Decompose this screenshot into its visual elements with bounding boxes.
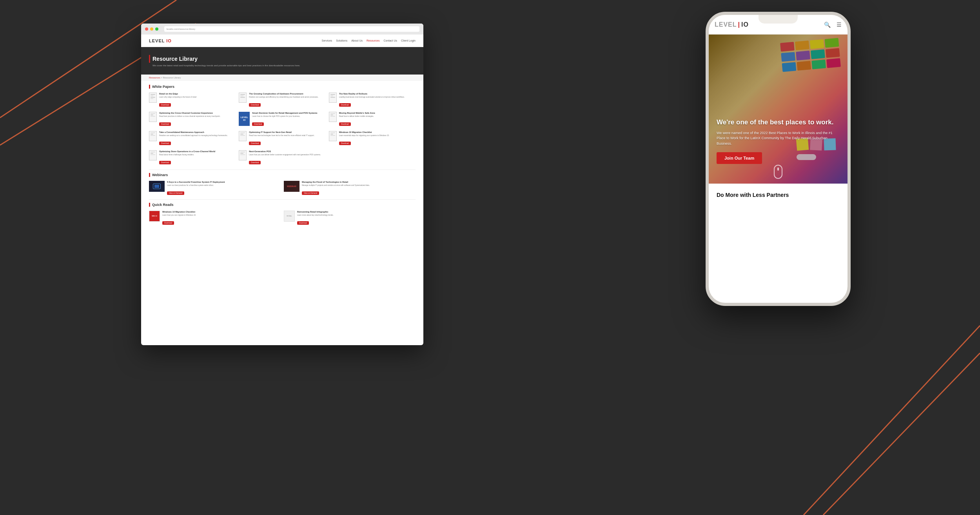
paper-item: Optimizing IT Support for Next-Gen Retai… bbox=[239, 131, 325, 146]
nav-client-login[interactable]: Client Login bbox=[401, 39, 416, 42]
phone-hero-image: We're one of the best places to work. We… bbox=[709, 35, 848, 184]
paper-info: Take a Consolidated Maintenance Approach… bbox=[159, 131, 236, 146]
doc-line bbox=[330, 96, 333, 96]
quick-info: Windows 10 Migration Checklist Learn how… bbox=[162, 211, 281, 225]
nav-solutions[interactable]: Solutions bbox=[336, 39, 347, 42]
doc-line bbox=[240, 135, 245, 136]
quick-thumb-2: RETAIL bbox=[284, 211, 295, 222]
paper-thumb bbox=[329, 93, 337, 103]
webinar-img bbox=[149, 181, 165, 192]
paper-info: Next-Generation POS Learn how you can de… bbox=[249, 150, 325, 165]
download-button[interactable]: Download bbox=[339, 122, 351, 126]
nav-about[interactable]: About Us bbox=[351, 39, 363, 42]
doc-line bbox=[151, 134, 153, 135]
scroll-dot bbox=[777, 167, 779, 171]
logo-level: LEVEL bbox=[715, 21, 737, 28]
download-button[interactable]: Download bbox=[159, 122, 171, 126]
webinar-label: WEBINAR bbox=[287, 185, 296, 187]
paper-desc: Read how new technologies have led to th… bbox=[249, 135, 325, 137]
download-button[interactable]: Download bbox=[339, 103, 351, 107]
phone-hero-heading: We're one of the best places to work. bbox=[717, 118, 840, 126]
quick-reads-grid: WIN 10 Windows 10 Migration Checklist Le… bbox=[149, 211, 416, 225]
doc-line bbox=[330, 115, 333, 115]
doc-line bbox=[151, 98, 153, 99]
download-button[interactable]: Download bbox=[249, 103, 261, 107]
paper-item: The New Reality of Rollouts Leading busi… bbox=[329, 93, 416, 107]
webinar-img-2: WEBINAR bbox=[284, 181, 299, 192]
doc-line bbox=[151, 133, 155, 133]
view-on-demand-button[interactable]: View on Demand bbox=[167, 191, 184, 195]
doc-line bbox=[240, 94, 245, 95]
webinar-thumb bbox=[149, 181, 165, 192]
nav-contact[interactable]: Contact Us bbox=[383, 39, 397, 42]
paper-desc: Learn how you can deliver better custome… bbox=[249, 154, 325, 156]
webinar-desc: Learn our best practices for a franchise… bbox=[167, 184, 281, 187]
levelio-label: LEVELIO bbox=[241, 116, 248, 122]
menu-icon[interactable]: ☰ bbox=[837, 22, 842, 28]
doc-line bbox=[151, 135, 155, 136]
download-button[interactable]: Download bbox=[252, 122, 264, 126]
paper-desc: Read about three challenges facing retai… bbox=[159, 154, 236, 156]
doc-line bbox=[240, 134, 243, 135]
paper-info: The New Reality of Rollouts Leading busi… bbox=[339, 93, 416, 107]
download-button[interactable]: Download bbox=[339, 142, 351, 145]
doc-line bbox=[151, 94, 155, 95]
download-button[interactable]: Download bbox=[249, 142, 261, 145]
download-button[interactable]: Download bbox=[159, 103, 171, 107]
quick-label: WIN 10 bbox=[152, 215, 157, 217]
webinar-title: 5 Keys to a Successful Franchise System … bbox=[167, 181, 281, 184]
join-our-team-button[interactable]: Join Our Team bbox=[717, 152, 762, 164]
phone-logo: LEVEL|IO bbox=[715, 21, 749, 28]
download-button[interactable]: Download bbox=[249, 161, 261, 164]
doc-line bbox=[240, 96, 243, 96]
nav-services[interactable]: Services bbox=[322, 39, 332, 42]
paper-info: Windows 10 Migration Checklist Learn ess… bbox=[339, 131, 416, 146]
view-on-demand-button[interactable]: View on Demand bbox=[302, 191, 319, 195]
paper-item: Retail on the Edge Learn why edge comput… bbox=[149, 93, 236, 107]
download-button[interactable]: Download bbox=[159, 142, 171, 145]
doc-line bbox=[151, 97, 155, 98]
search-icon[interactable]: 🔍 bbox=[824, 22, 831, 28]
doc-line bbox=[151, 152, 155, 153]
paper-info: Optimizing IT Support for Next-Gen Retai… bbox=[249, 131, 325, 146]
paper-title: The Growing Complexities of Hardware Pro… bbox=[249, 93, 325, 95]
doc-line bbox=[151, 113, 155, 114]
paper-item: Optimizing Store Operations in a Cross-C… bbox=[149, 150, 236, 165]
download-button[interactable]: Download bbox=[159, 161, 171, 164]
paper-thumb-blue: LEVELIO bbox=[239, 112, 250, 126]
phone-mockup: LEVEL|IO 🔍 ☰ bbox=[706, 12, 851, 306]
paper-desc: Read best practices to deliver a cross-c… bbox=[159, 115, 236, 118]
download-button[interactable]: Download bbox=[162, 221, 174, 225]
download-button[interactable]: Download bbox=[297, 221, 309, 225]
breadcrumb-library[interactable]: Resource Library bbox=[163, 76, 181, 79]
paper-item: Optimizing the Cross-Channel Customer Ex… bbox=[149, 112, 236, 126]
hero-red-bar bbox=[149, 55, 150, 63]
doc-line bbox=[330, 116, 335, 117]
paper-info: The Growing Complexities of Hardware Pro… bbox=[249, 93, 325, 107]
paper-desc: Learn how to choose the right POS system… bbox=[252, 115, 325, 118]
paper-title: The New Reality of Rollouts bbox=[339, 93, 416, 95]
breadcrumb-resources[interactable]: Resources bbox=[149, 76, 160, 79]
screen-icon bbox=[153, 184, 161, 189]
quick-desc: Learn how you can migrate to Windows 10. bbox=[162, 214, 281, 217]
browser-maximize bbox=[155, 27, 158, 31]
doc-line bbox=[330, 94, 335, 95]
nav-resources[interactable]: Resources bbox=[367, 39, 379, 42]
phone-hero-content: We're one of the best places to work. We… bbox=[717, 118, 840, 164]
site-logo: LEVEL IO bbox=[149, 38, 172, 43]
white-papers-row-4: Optimizing Store Operations in a Cross-C… bbox=[149, 150, 416, 165]
paper-thumb bbox=[239, 131, 247, 141]
doc-line bbox=[330, 135, 335, 136]
doc-line bbox=[151, 155, 155, 155]
logo-pipe: | bbox=[738, 21, 740, 28]
url-text: levelio.com/resource-library bbox=[167, 28, 195, 30]
section-divider bbox=[149, 169, 416, 170]
webinar-desc: Manage multiple IT projects and vendors … bbox=[302, 184, 416, 187]
paper-placeholder bbox=[329, 150, 416, 165]
quick-item: RETAIL Reinventing Retail Infographic Le… bbox=[284, 211, 416, 225]
webinar-item: 5 Keys to a Successful Franchise System … bbox=[149, 181, 281, 195]
paper-thumb bbox=[239, 93, 247, 103]
webinar-item: WEBINAR Managing the Flood of Technologi… bbox=[284, 181, 416, 195]
paper-desc: Leading businesses now leverage automate… bbox=[339, 96, 416, 98]
doc-line bbox=[240, 152, 245, 153]
